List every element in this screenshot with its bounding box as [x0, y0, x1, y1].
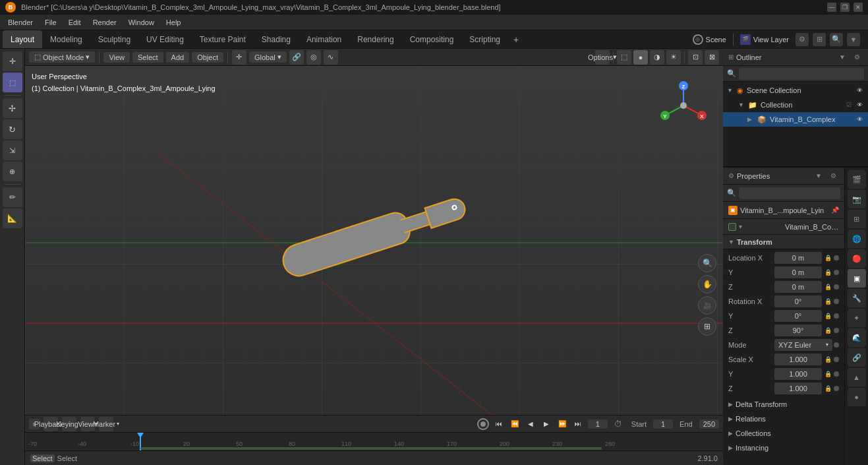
- scale-z-lock[interactable]: 🔒: [823, 384, 832, 393]
- props-mesh-dropdown[interactable]: ▾: [739, 223, 742, 230]
- viewport-area[interactable]: User Perspective (1) Collection | Vitami…: [25, 66, 723, 415]
- snap-icon[interactable]: 🔗: [289, 50, 304, 65]
- scale-z-value[interactable]: 1.000: [774, 383, 822, 394]
- timeline-scrubber[interactable]: -70 -40 -10 20 50 80 110 140 170 200 230…: [25, 433, 723, 450]
- outliner-item-scene-collection[interactable]: ▼ ◉ Scene Collection 👁: [723, 83, 868, 98]
- close-button[interactable]: ✕: [854, 3, 863, 12]
- rotation-mode-select[interactable]: XYZ Euler ▾: [774, 339, 832, 351]
- scale-y-value[interactable]: 1.000: [774, 368, 822, 380]
- render-settings-icon[interactable]: ⚙: [796, 33, 809, 46]
- marker-menu[interactable]: Marker ▾: [99, 417, 113, 431]
- record-button[interactable]: [477, 418, 489, 430]
- play-backward-btn[interactable]: ◀: [525, 418, 536, 430]
- scale-x-value[interactable]: 1.000: [774, 354, 822, 365]
- props-tab-object[interactable]: ▣: [848, 269, 866, 288]
- add-workspace-button[interactable]: +: [508, 30, 524, 48]
- cursor-tool[interactable]: ✛: [3, 51, 22, 71]
- tab-sculpting[interactable]: Sculpting: [90, 30, 138, 48]
- collection-eye[interactable]: 👁: [855, 100, 864, 109]
- select-menu[interactable]: Select: [132, 52, 163, 63]
- collection-checkbox[interactable]: ☑: [844, 100, 854, 109]
- current-frame[interactable]: 1: [588, 419, 608, 429]
- props-tab-modifiers[interactable]: 🔧: [848, 289, 866, 307]
- overlay-toggle[interactable]: ⊡: [688, 50, 703, 65]
- outliner-item-vitamin-b-complex[interactable]: ▶ 📦 Vitamin_B_Complex 👁: [723, 112, 868, 127]
- props-tab-render[interactable]: 🎬: [848, 170, 866, 189]
- rotation-mode-dot[interactable]: [834, 342, 839, 348]
- menu-edit[interactable]: Edit: [63, 17, 86, 28]
- location-z-dot[interactable]: [834, 284, 839, 290]
- rotation-y-lock[interactable]: 🔒: [823, 311, 832, 321]
- rotation-x-lock[interactable]: 🔒: [823, 297, 832, 306]
- outliner-filter-btn[interactable]: ▼: [836, 51, 848, 63]
- restore-button[interactable]: ❐: [840, 3, 850, 12]
- location-z-value[interactable]: 0 m: [774, 281, 822, 293]
- select-tool[interactable]: ⬚: [3, 73, 22, 92]
- location-x-lock[interactable]: 🔒: [823, 253, 832, 263]
- ortho-gizmo-btn[interactable]: ⊞: [698, 317, 716, 336]
- start-frame[interactable]: 1: [653, 419, 673, 429]
- props-tab-constraints[interactable]: 🔗: [848, 348, 866, 367]
- viewport-mode-selector[interactable]: ⬚ Object Mode ▾: [29, 51, 95, 63]
- jump-end-btn[interactable]: ⏭: [572, 418, 584, 430]
- viewport-shading-wire[interactable]: ⬚: [617, 50, 631, 65]
- scale-y-dot[interactable]: [834, 371, 839, 377]
- rotation-z-lock[interactable]: 🔒: [823, 326, 832, 335]
- props-tab-world[interactable]: 🔴: [848, 249, 866, 268]
- scale-tool[interactable]: ⇲: [3, 140, 22, 160]
- transform-selector[interactable]: Global ▾: [249, 51, 287, 63]
- outliner-settings-btn[interactable]: ⚙: [851, 51, 863, 63]
- props-pin-icon[interactable]: 📌: [831, 206, 839, 214]
- location-x-dot[interactable]: [834, 255, 839, 261]
- tab-uv-editing[interactable]: UV Editing: [138, 30, 192, 48]
- options-button[interactable]: Options ▾: [595, 50, 610, 65]
- tab-modeling[interactable]: Modeling: [42, 30, 90, 48]
- rotation-y-dot[interactable]: [834, 313, 839, 319]
- rotate-tool[interactable]: ↻: [3, 119, 22, 139]
- prev-keyframe-btn[interactable]: ⏪: [509, 418, 521, 430]
- scale-x-dot[interactable]: [834, 357, 839, 362]
- move-tool[interactable]: ✢: [3, 98, 22, 118]
- location-y-lock[interactable]: 🔒: [823, 268, 832, 277]
- proportional-icon[interactable]: ◎: [306, 50, 321, 65]
- menu-blender[interactable]: Blender: [3, 17, 38, 28]
- camera-gizmo-btn[interactable]: 🎥: [698, 296, 716, 315]
- collections-row[interactable]: ▶ Collections: [723, 426, 844, 441]
- tab-texture-paint[interactable]: Texture Paint: [192, 30, 254, 48]
- end-frame[interactable]: 250: [699, 419, 719, 429]
- play-forward-btn[interactable]: ▶: [540, 418, 552, 430]
- menu-window[interactable]: Window: [123, 17, 159, 28]
- zoom-gizmo-btn[interactable]: 🔍: [698, 254, 716, 272]
- complex-eye[interactable]: 👁: [855, 115, 864, 124]
- rotation-y-value[interactable]: 0°: [774, 310, 822, 322]
- annotate-tool[interactable]: ✏: [3, 187, 22, 207]
- scale-x-lock[interactable]: 🔒: [823, 355, 832, 364]
- minimize-button[interactable]: —: [827, 3, 836, 12]
- menu-file[interactable]: File: [40, 17, 62, 28]
- props-tab-material[interactable]: ●: [848, 388, 866, 406]
- location-y-value[interactable]: 0 m: [774, 266, 822, 278]
- add-menu[interactable]: Add: [166, 52, 190, 63]
- jump-start-btn[interactable]: ⏮: [493, 418, 505, 430]
- screen-icon[interactable]: ⊞: [813, 33, 826, 46]
- outliner-item-collection[interactable]: ▼ 📁 Collection ☑ 👁: [723, 98, 868, 112]
- scale-z-dot[interactable]: [834, 386, 839, 391]
- props-tab-data[interactable]: ▲: [848, 368, 866, 387]
- viewport-shading-solid[interactable]: ●: [633, 50, 648, 65]
- rotation-z-value[interactable]: 90°: [774, 325, 822, 336]
- props-tab-view-layer[interactable]: ⊞: [848, 210, 866, 228]
- viewport-shading-material[interactable]: ◑: [650, 50, 664, 65]
- menu-help[interactable]: Help: [161, 17, 187, 28]
- tab-shading[interactable]: Shading: [254, 30, 299, 48]
- menu-render[interactable]: Render: [88, 17, 122, 28]
- instancing-row[interactable]: ▶ Instancing: [723, 441, 844, 455]
- search-top-icon[interactable]: 🔍: [830, 33, 843, 46]
- tab-layout[interactable]: Layout: [3, 30, 42, 48]
- props-search-input[interactable]: [739, 187, 840, 199]
- tab-animation[interactable]: Animation: [299, 30, 349, 48]
- props-tab-scene[interactable]: 🌐: [848, 230, 866, 248]
- outliner-search-input[interactable]: [739, 68, 864, 80]
- tab-compositing[interactable]: Compositing: [402, 30, 462, 48]
- relations-row[interactable]: ▶ Relations: [723, 412, 844, 426]
- falloff-icon[interactable]: ∿: [324, 50, 338, 65]
